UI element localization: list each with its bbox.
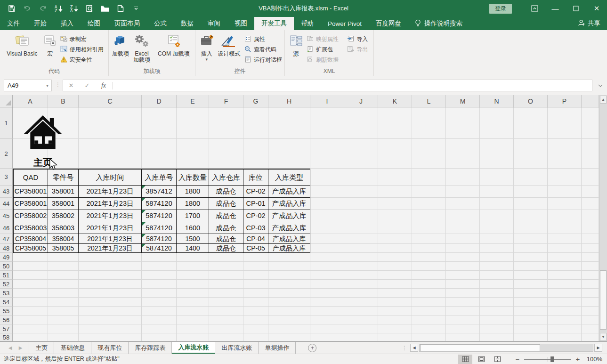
row-header-50[interactable]: 50 [0,262,13,271]
cell-F51[interactable] [209,271,243,280]
cell-J48[interactable] [344,244,378,253]
cell-M54[interactable] [446,298,480,307]
cell-D52[interactable] [142,280,177,289]
cell-J49[interactable] [344,253,378,262]
zoom-slider[interactable] [524,359,571,360]
cell-F58[interactable] [209,333,243,341]
cell-I56[interactable] [310,315,344,324]
view-page-layout-button[interactable] [474,355,488,364]
ribbon-tab-8[interactable]: 视图 [227,17,254,30]
cell-L54[interactable] [412,298,446,307]
cell-E3[interactable]: 入库数量 [177,169,209,186]
cell-L43[interactable] [412,186,446,198]
row-header-54[interactable]: 54 [0,298,13,307]
cell-B52[interactable] [48,280,79,289]
cell-I55[interactable] [310,307,344,315]
ribbon-tab-6[interactable]: 数据 [174,17,201,30]
cell-J2[interactable] [344,139,378,169]
cell-x2[interactable] [582,139,599,169]
cell-C54[interactable] [79,298,142,307]
row-header-58[interactable]: 58 [0,333,13,341]
cell-H56[interactable] [268,315,310,324]
cell-N47[interactable] [480,234,514,244]
cell-N51[interactable] [480,271,514,280]
cell-O54[interactable] [514,298,548,307]
cell-I50[interactable] [310,262,344,271]
cell-C51[interactable] [79,271,142,280]
addins-button[interactable]: 加载项 [111,32,129,68]
cell-M45[interactable] [446,210,480,222]
cell-N45[interactable] [480,210,514,222]
cell-L47[interactable] [412,234,446,244]
cell-K55[interactable] [378,307,412,315]
cell-K44[interactable] [378,198,412,210]
cell-F44[interactable]: 成品仓 [209,198,243,210]
sort-ascending-icon[interactable]: AZ [54,4,63,13]
select-all-corner[interactable] [0,95,13,107]
sort-descending-icon[interactable]: ZA [70,4,78,13]
cell-J57[interactable] [344,324,378,333]
cell-N46[interactable] [480,222,514,234]
tell-me-search[interactable]: 操作说明搜索 [408,17,469,30]
cell-L46[interactable] [412,222,446,234]
scroll-right-icon[interactable]: ▶ [594,344,602,352]
cell-D50[interactable] [142,262,177,271]
row-header-53[interactable]: 53 [0,289,13,298]
cell-O55[interactable] [514,307,548,315]
ribbon-tab-9[interactable]: 开发工具 [254,17,294,30]
cell-L58[interactable] [412,333,446,341]
ribbon-tab-10[interactable]: 帮助 [294,17,321,30]
cell-J52[interactable] [344,280,378,289]
cell-x51[interactable] [582,271,599,280]
column-header-J[interactable]: J [344,95,378,107]
cell-N3[interactable] [480,169,514,186]
cell-O51[interactable] [514,271,548,280]
cell-C1[interactable] [79,107,142,139]
cell-M47[interactable] [446,234,480,244]
run-dialog-button[interactable]: 运行对话框 [244,56,282,64]
cell-P48[interactable] [548,244,582,253]
cell-L53[interactable] [412,289,446,298]
cell-C49[interactable] [79,253,142,262]
cell-F53[interactable] [209,289,243,298]
row-header-49[interactable]: 49 [0,253,13,262]
cell-D47[interactable]: 5874120 [142,234,177,244]
cell-B51[interactable] [48,271,79,280]
scroll-up-icon[interactable]: ▲ [600,96,607,104]
cell-N48[interactable] [480,244,514,253]
cell-P2[interactable] [548,139,582,169]
cell-E46[interactable]: 1600 [177,222,209,234]
ribbon-tab-11[interactable]: Power Pivot [321,17,369,30]
record-macro-button[interactable]: 录制宏 [60,35,106,43]
cell-x57[interactable] [582,324,599,333]
cell-I2[interactable] [310,139,344,169]
cell-G43[interactable]: CP-02 [243,186,268,198]
zoom-out-button[interactable]: − [515,355,520,363]
scroll-down-icon[interactable]: ▼ [600,333,607,341]
row-header-2[interactable]: 2 [0,139,13,169]
minimize-button[interactable]: — [545,0,566,17]
cell-B46[interactable]: 358003 [48,222,79,234]
cell-H3[interactable]: 入库类型 [268,169,310,186]
cell-N57[interactable] [480,324,514,333]
cell-A57[interactable] [13,324,48,333]
column-header-E[interactable]: E [177,95,209,107]
cell-x56[interactable] [582,315,599,324]
cell-K53[interactable] [378,289,412,298]
cell-J44[interactable] [344,198,378,210]
open-folder-icon[interactable] [101,4,109,13]
cell-F48[interactable]: 成品仓 [209,244,243,253]
cell-N43[interactable] [480,186,514,198]
cell-D3[interactable]: 入库单号 [142,169,177,186]
print-preview-icon[interactable] [85,4,94,13]
cell-P57[interactable] [548,324,582,333]
ribbon-tab-2[interactable]: 插入 [54,17,81,30]
cell-G3[interactable]: 库位 [243,169,268,186]
cell-I54[interactable] [310,298,344,307]
formula-bar-handle[interactable]: ⋮ [55,81,61,88]
cell-P1[interactable] [548,107,582,139]
cell-L49[interactable] [412,253,446,262]
cell-J58[interactable] [344,333,378,341]
cell-B55[interactable] [48,307,79,315]
cell-J55[interactable] [344,307,378,315]
